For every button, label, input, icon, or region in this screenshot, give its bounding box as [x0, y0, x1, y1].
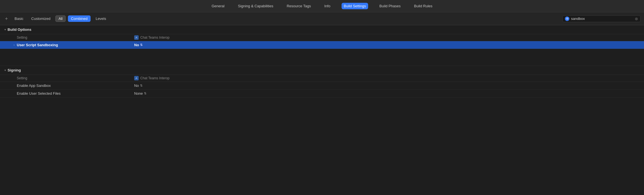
nav-signing-capabilities[interactable]: Signing & Capabilities — [236, 3, 275, 9]
build-options-title: Build Options — [8, 27, 31, 32]
signing-title: Signing — [8, 68, 21, 72]
filter-combined[interactable]: Combined — [68, 15, 91, 22]
row-expand-chevron[interactable]: › — [14, 43, 15, 47]
search-filter-icon: ⚙ — [565, 17, 569, 21]
value-text: No — [134, 43, 139, 47]
filter-customized[interactable]: Customized — [29, 16, 53, 22]
build-options-chevron[interactable]: ▾ — [4, 28, 6, 31]
filter-all[interactable]: All — [55, 15, 65, 22]
signing-target-label: Chat Teams Interop — [140, 76, 170, 80]
nav-resource-tags[interactable]: Resource Tags — [285, 3, 313, 9]
add-button[interactable]: + — [3, 16, 10, 22]
value-text: None — [134, 91, 143, 96]
row-setting-value[interactable]: No ⇅ — [134, 43, 143, 47]
search-input[interactable] — [571, 17, 633, 21]
build-options-section-header: ▾ Build Options — [0, 25, 644, 34]
row-setting-name: User Script Sandboxing — [17, 43, 134, 47]
signing-table-header: Setting A Chat Teams Interop — [0, 75, 644, 82]
row-setting-name: Enable App Sandbox — [0, 83, 134, 88]
target-column-header: A Chat Teams Interop — [134, 35, 170, 40]
table-row[interactable]: Enable App Sandbox No ⇅ — [0, 82, 644, 90]
filter-bar-left: + Basic Customized All Combined Levels — [3, 15, 560, 22]
search-box: ⚙ ⊗ — [562, 15, 641, 22]
filter-bar: + Basic Customized All Combined Levels ⚙… — [0, 12, 644, 25]
value-stepper[interactable]: ⇅ — [144, 92, 146, 95]
build-options-table-header: Setting A Chat Teams Interop — [0, 34, 644, 41]
search-clear-button[interactable]: ⊗ — [635, 17, 638, 21]
signing-target-icon: A — [134, 76, 139, 80]
value-stepper[interactable]: ⇅ — [140, 43, 143, 47]
nav-build-settings[interactable]: Build Settings — [342, 3, 368, 9]
target-label: Chat Teams Interop — [140, 36, 170, 40]
row-setting-value[interactable]: None ⇅ — [134, 91, 146, 96]
value-text: No — [134, 83, 139, 88]
table-row[interactable]: Enable User Selected Files None ⇅ — [0, 90, 644, 97]
signing-chevron[interactable]: ▾ — [4, 69, 6, 72]
filter-basic[interactable]: Basic — [12, 16, 26, 22]
signing-setting-column-header: Setting — [0, 76, 134, 80]
row-setting-value[interactable]: No ⇅ — [134, 83, 143, 88]
main-content: ▾ Build Options Setting A Chat Teams Int… — [0, 25, 644, 195]
nav-build-rules[interactable]: Build Rules — [412, 3, 435, 9]
value-stepper[interactable]: ⇅ — [140, 84, 143, 87]
bottom-empty-area — [0, 97, 644, 131]
table-row[interactable]: › User Script Sandboxing No ⇅ — [0, 41, 644, 49]
nav-info[interactable]: Info — [322, 3, 333, 9]
empty-space — [0, 49, 644, 66]
signing-target-column-header: A Chat Teams Interop — [134, 76, 170, 80]
top-navigation: General Signing & Capabilities Resource … — [0, 0, 644, 12]
row-indent: › — [0, 43, 17, 47]
setting-column-header: Setting — [0, 36, 134, 40]
nav-build-phases[interactable]: Build Phases — [377, 3, 403, 9]
row-setting-name: Enable User Selected Files — [0, 91, 134, 96]
signing-section-header: ▾ Signing — [0, 66, 644, 75]
nav-general[interactable]: General — [209, 3, 227, 9]
target-icon: A — [134, 35, 139, 40]
filter-levels[interactable]: Levels — [93, 16, 109, 22]
